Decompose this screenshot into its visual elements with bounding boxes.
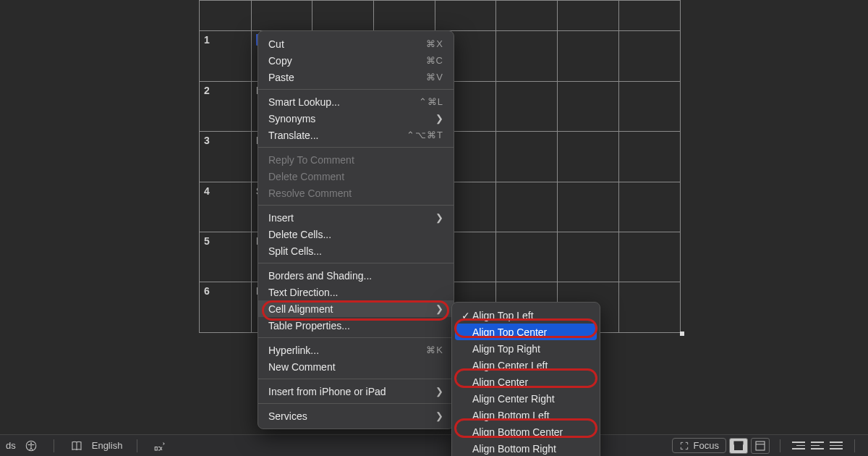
menu-item[interactable]: New Comment [258,358,454,375]
table-cell[interactable] [312,1,373,31]
menu-item-label: Borders and Shading... [268,270,372,282]
focus-label: Focus [694,440,719,451]
table-cell[interactable] [558,1,619,31]
menu-item-label: Services [268,410,307,422]
indent-decrease-icon[interactable] [791,438,807,454]
menu-shortcut: ⌘C [426,55,443,66]
menu-item-label: New Comment [268,361,336,373]
chevron-right-icon: ❯ [435,410,443,421]
menu-item[interactable]: Cut⌘X [258,35,454,52]
menu-item[interactable]: Hyperlink...⌘K [258,342,454,358]
chevron-right-icon: ❯ [435,386,443,397]
row-number-cell[interactable]: 5 [200,232,252,282]
align-justify-icon[interactable] [828,438,844,454]
menu-item[interactable]: Cell Alignment❯ [258,300,454,317]
submenu-item-label: Align Bottom Center [472,426,563,438]
submenu-item-label: Align Bottom Right [472,443,556,455]
svg-rect-5 [756,442,765,450]
menu-item[interactable]: Insert❯ [258,209,454,226]
menu-item-label: Cut [268,38,284,50]
menu-item-label: Insert [268,212,294,224]
menu-item-label: Smart Lookup... [268,96,340,108]
menu-item[interactable]: Delete Cells... [258,226,454,242]
submenu-item[interactable]: Align Bottom Left [452,407,600,423]
menu-item[interactable]: Table Properties... [258,317,454,334]
menu-separator [258,147,454,148]
indent-increase-icon[interactable] [809,438,825,454]
table-cell[interactable] [373,1,435,31]
submenu-item[interactable]: Align Center [452,373,600,390]
menu-item-label: Table Properties... [268,320,350,332]
menu-item-label: Delete Comment [268,171,344,182]
focus-icon [679,441,689,451]
submenu-item[interactable]: ✓Align Top Left [452,307,600,324]
accessibility-icon[interactable] [23,438,39,454]
submenu-item[interactable]: Align Bottom Center [452,423,600,440]
submenu-item-label: Align Top Left [472,310,534,321]
focus-button[interactable]: Focus [672,438,726,453]
menu-item[interactable]: Paste⌘V [258,69,454,85]
menu-item-label: Cell Alignment [268,303,333,315]
menu-item[interactable]: Borders and Shading... [258,267,454,284]
menu-item-label: Insert from iPhone or iPad [268,386,386,397]
submenu-item[interactable]: Align Top Center [455,324,597,340]
menu-item[interactable]: Translate...⌃⌥⌘T [258,127,454,143]
menu-item-label: Reply To Comment [268,154,354,166]
table-cell[interactable] [619,1,681,31]
view-print-layout-icon[interactable] [729,438,748,454]
book-icon[interactable] [69,438,85,454]
submenu-item[interactable]: Align Bottom Right [452,440,600,456]
menu-item-label: Resolve Comment [268,187,352,199]
table-cell[interactable] [251,1,312,31]
row-number-cell[interactable]: 3 [200,132,252,182]
menu-separator [258,403,454,404]
menu-item[interactable]: Copy⌘C [258,52,454,69]
selection-handle[interactable] [680,332,684,336]
menu-shortcut: ⌘K [426,345,443,355]
menu-item-label: Paste [268,72,294,83]
menu-item-label: Copy [268,55,292,67]
menu-item[interactable]: Services❯ [258,408,454,424]
row-number-cell[interactable]: 1 [200,31,252,81]
menu-item: Reply To Comment [258,151,454,168]
menu-separator [258,205,454,206]
view-web-layout-icon[interactable] [751,438,770,454]
menu-separator [258,263,454,263]
svg-rect-2 [156,447,158,450]
submenu-item-label: Align Center Right [472,393,555,405]
menu-item-label: Synonyms [268,113,315,124]
menu-item-label: Split Cells... [268,245,322,257]
menu-shortcut: ⌃⌘L [419,96,443,107]
menu-item-label: Delete Cells... [268,229,331,240]
menu-item[interactable]: Synonyms❯ [258,110,454,127]
menu-item[interactable]: Insert from iPhone or iPad❯ [258,383,454,400]
text-prediction-icon[interactable] [152,438,168,454]
chevron-right-icon: ❯ [435,113,443,124]
row-number-cell[interactable]: 6 [200,282,252,333]
menu-item[interactable]: Text Direction... [258,284,454,300]
status-language[interactable]: English [92,440,123,451]
menu-shortcut: ⌃⌥⌘T [407,130,443,140]
menu-item-label: Text Direction... [268,287,338,298]
submenu-item-label: Align Top Right [472,343,540,355]
submenu-item[interactable]: Align Top Right [452,340,600,357]
menu-shortcut: ⌘X [426,38,443,49]
row-number-cell[interactable] [200,1,252,31]
menu-item[interactable]: Split Cells... [258,242,454,259]
row-number-cell[interactable]: 4 [200,182,252,232]
chevron-right-icon: ❯ [435,303,443,314]
menu-item: Delete Comment [258,168,454,185]
menu-shortcut: ⌘V [426,72,443,83]
row-number-cell[interactable]: 2 [200,81,252,131]
menu-item: Resolve Comment [258,185,454,201]
submenu-item[interactable]: Align Center Right [452,390,600,407]
table-cell[interactable] [496,1,558,31]
cell-alignment-submenu: ✓Align Top LeftAlign Top CenterAlign Top… [451,302,600,456]
check-icon: ✓ [459,310,472,321]
table-cell[interactable] [435,1,496,31]
submenu-item[interactable]: Align Center Left [452,357,600,373]
svg-point-1 [30,442,32,444]
menu-item[interactable]: Smart Lookup...⌃⌘L [258,93,454,110]
submenu-item-label: Align Center [472,376,528,388]
submenu-item-label: Align Bottom Left [472,410,550,421]
